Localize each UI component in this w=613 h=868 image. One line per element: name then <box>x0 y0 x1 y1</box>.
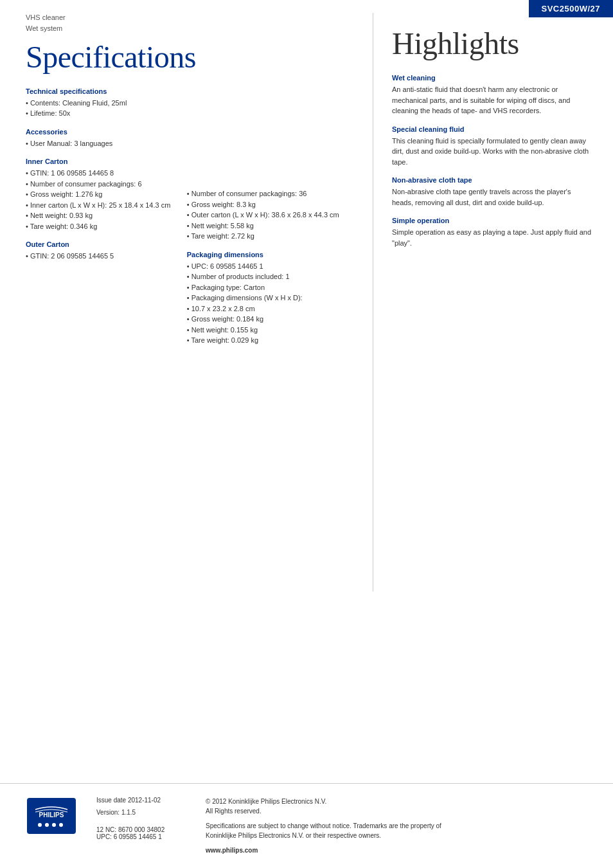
philips-logo: PHILIPS <box>26 797 77 836</box>
list-item: Tare weight: 0.346 kg <box>26 221 181 232</box>
highlight-text-2: This cleaning fluid is specially formula… <box>392 136 594 168</box>
page: SVC2500W/27 VHS cleaner Wet system Speci… <box>0 0 613 868</box>
highlight-title-2: Special cleaning fluid <box>392 125 594 133</box>
nc-label: 12 NC: 8670 000 34802 <box>96 826 186 833</box>
list-item: Gross weight: 0.184 kg <box>187 314 353 325</box>
product-line-1: VHS cleaner <box>26 13 353 23</box>
specifications-column: VHS cleaner Wet system Specifications Te… <box>0 0 373 359</box>
specs-col-left: Inner Carton GTIN: 1 06 09585 14465 8 Nu… <box>26 149 187 346</box>
highlight-text-4: Simple operation as easy as playing a ta… <box>392 227 594 248</box>
list-item: Lifetime: 50x <box>26 108 353 119</box>
inner-carton-list: GTIN: 1 06 09585 14465 8 Number of consu… <box>26 168 181 231</box>
list-item: Number of consumer packagings: 36 <box>187 188 353 199</box>
list-item: Number of products included: 1 <box>187 271 353 282</box>
outer-carton-list: GTIN: 2 06 09585 14465 5 <box>26 251 181 262</box>
list-item: Packaging dimensions (W x H x D): <box>187 293 353 303</box>
list-item: Tare weight: 2.72 kg <box>187 231 353 242</box>
logo-circle-3 <box>52 823 56 827</box>
highlights-title: Highlights <box>392 26 594 61</box>
version: Version: 1.1.5 <box>96 809 186 816</box>
upc-label: UPC: 6 09585 14465 1 <box>96 833 186 840</box>
list-item: Nett weight: 0.93 kg <box>26 210 181 221</box>
list-item: Nett weight: 0.155 kg <box>187 325 353 336</box>
copyright: © 2012 Koninklijke Philips Electronics N… <box>206 797 450 816</box>
philips-logo-svg: PHILIPS <box>26 797 77 835</box>
list-item: Gross weight: 8.3 kg <box>187 199 353 210</box>
highlight-title-3: Non-abrasive cloth tape <box>392 176 594 184</box>
footer-meta: Issue date 2012-11-02 Version: 1.1.5 12 … <box>96 797 186 855</box>
outer-carton-title: Outer Carton <box>26 240 181 248</box>
packaging-dimensions-title: Packaging dimensions <box>187 251 353 258</box>
logo-text: PHILIPS <box>39 811 64 818</box>
footer-nc-upc: 12 NC: 8670 000 34802 UPC: 6 09585 14465… <box>96 826 186 840</box>
list-item: 10.7 x 23.2 x 2.8 cm <box>178 303 353 314</box>
highlight-title-4: Simple operation <box>392 217 594 224</box>
specs-col-right: Number of consumer packagings: 36 Gross … <box>187 149 353 346</box>
highlight-text-3: Non-abrasive cloth tape gently travels a… <box>392 186 594 208</box>
list-item: Tare weight: 0.029 kg <box>187 335 353 346</box>
list-item: Outer carton (L x W x H): 38.6 x 26.8 x … <box>187 210 353 221</box>
highlights-column: Highlights Wet cleaning An anti-static f… <box>373 0 613 261</box>
list-item: GTIN: 2 06 09585 14465 5 <box>26 251 181 262</box>
technical-specs-list: Contents: Cleaning Fluid, 25ml Lifetime:… <box>26 98 353 119</box>
logo-circle-1 <box>38 823 42 827</box>
logo-circle-4 <box>59 823 63 827</box>
specs-two-col: Inner Carton GTIN: 1 06 09585 14465 8 Nu… <box>26 149 353 346</box>
inner-carton-title: Inner Carton <box>26 158 181 165</box>
col2-general-list: Number of consumer packagings: 36 Gross … <box>187 188 353 242</box>
list-item: Nett weight: 5.58 kg <box>187 221 353 231</box>
legal-text: Specifications are subject to change wit… <box>206 821 450 840</box>
list-item: User Manual: 3 languages <box>26 138 353 149</box>
accessories-list: User Manual: 3 languages <box>26 138 353 149</box>
list-item: Inner carton (L x W x H): 25 x 18.4 x 14… <box>26 200 181 211</box>
list-item: Contents: Cleaning Fluid, 25ml <box>26 98 353 109</box>
list-item: Packaging type: Carton <box>187 282 353 293</box>
specifications-title: Specifications <box>26 39 353 75</box>
website[interactable]: www.philips.com <box>206 845 450 855</box>
product-line-2: Wet system <box>26 24 353 33</box>
accessories-title: Accessories <box>26 128 353 136</box>
footer: PHILIPS Issue date 2012-11-02 Version: 1… <box>0 783 613 868</box>
packaging-dimensions-list: UPC: 6 09585 14465 1 Number of products … <box>187 261 353 346</box>
highlight-text-1: An anti-static fluid that doesn't harm a… <box>392 84 594 116</box>
issue-date: Issue date 2012-11-02 <box>96 797 186 804</box>
highlight-title-1: Wet cleaning <box>392 74 594 82</box>
footer-columns: Issue date 2012-11-02 Version: 1.1.5 12 … <box>96 797 587 855</box>
list-item: UPC: 6 09585 14465 1 <box>187 261 353 272</box>
list-item: Gross weight: 1.276 kg <box>26 189 181 200</box>
footer-legal: © 2012 Koninklijke Philips Electronics N… <box>206 797 450 855</box>
technical-specs-title: Technical specifications <box>26 87 353 95</box>
logo-circle-2 <box>45 823 49 827</box>
list-item: Number of consumer packagings: 6 <box>26 179 181 190</box>
list-item: GTIN: 1 06 09585 14465 8 <box>26 168 181 179</box>
